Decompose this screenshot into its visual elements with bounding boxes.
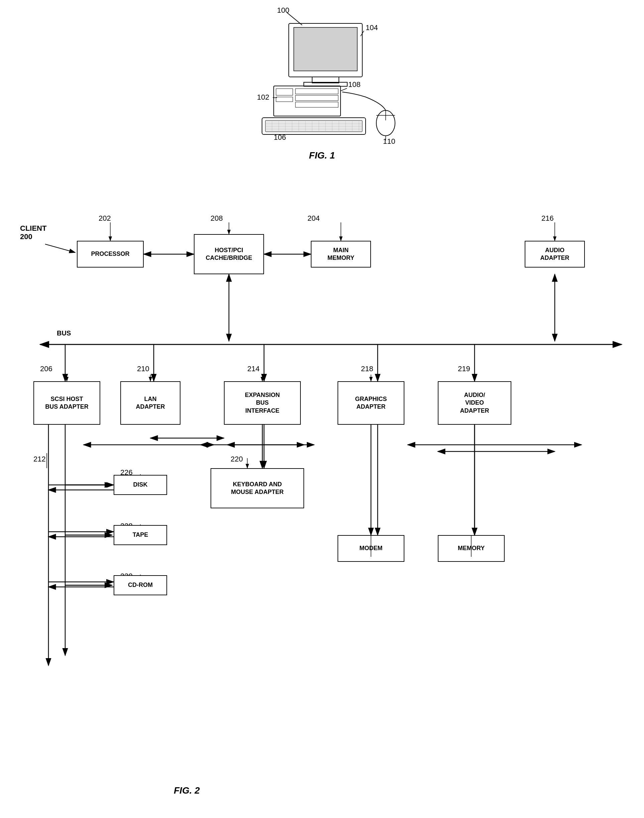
ref-208: 208 [210,214,223,223]
audio-video-box: AUDIO/VIDEOADAPTER [438,381,511,425]
svg-rect-13 [296,102,338,108]
fig2-arrows-overlay [13,201,635,809]
svg-text:102: 102 [257,93,269,101]
ref-214: 214 [247,364,260,373]
ref-220: 220 [231,455,243,463]
fig2-svg [13,201,635,809]
main-memory-box: MAINMEMORY [311,241,371,268]
svg-rect-8 [274,86,340,116]
ref-219: 219 [458,364,470,373]
svg-rect-9 [276,89,293,95]
tape-box: TAPE [113,525,167,545]
ref-204: 204 [307,214,320,223]
svg-text:106: 106 [274,133,286,141]
ref-206: 206 [40,364,52,373]
fig1-svg: 100 104 102 108 [222,7,422,147]
svg-rect-11 [296,89,338,94]
ref-216: 216 [541,214,554,223]
host-pci-box: HOST/PCICACHE/BRIDGE [194,234,264,274]
fig1-diagram: 100 104 102 108 [222,7,422,167]
client-label: CLIENT [20,224,46,233]
svg-line-73 [45,244,75,252]
lan-box: LANADAPTER [120,381,181,425]
fig2-title: FIG. 2 [174,785,200,796]
scsi-box: SCSI HOSTBUS ADAPTER [34,381,100,425]
fig1-title: FIG. 1 [222,150,422,161]
ref-202: 202 [98,214,111,223]
svg-rect-19 [265,120,362,132]
graphics-adapter-box: GRAPHICSADAPTER [337,381,404,425]
svg-rect-12 [296,95,338,101]
svg-text:104: 104 [366,23,378,32]
expansion-bus-box: EXPANSIONBUSINTERFACE [224,381,301,425]
svg-rect-10 [276,97,293,101]
svg-text:110: 110 [383,137,396,146]
memory-box: MEMORY [438,535,504,562]
client-num: 200 [20,232,32,241]
svg-text:108: 108 [348,80,360,89]
processor-box: PROCESSOR [77,241,144,268]
ref-218: 218 [361,364,373,373]
cdrom-box: CD-ROM [113,575,167,595]
ref-210: 210 [137,364,149,373]
modem-box: MODEM [337,535,404,562]
keyboard-box: KEYBOARD ANDMOUSE ADAPTER [210,468,304,508]
fig2-diagram: CLIENT 200 202 208 204 216 BUS 206 210 2… [13,201,635,809]
disk-box: DISK [113,475,167,495]
svg-rect-3 [294,28,357,71]
bus-label: BUS [57,329,71,337]
ref-212: 212 [34,455,46,463]
svg-text:100: 100 [277,7,290,14]
audio-adapter-box: AUDIOADAPTER [525,241,585,268]
svg-line-17 [340,88,347,91]
